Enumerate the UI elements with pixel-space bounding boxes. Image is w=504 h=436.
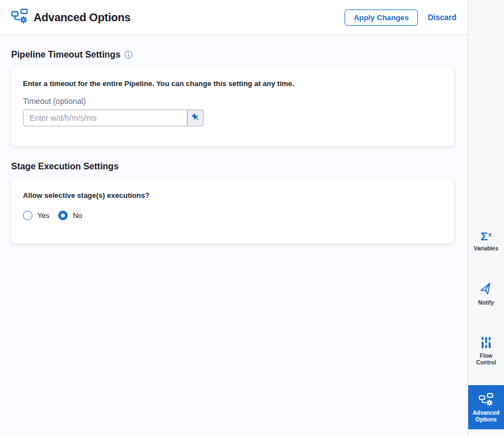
timeout-label: Timeout (optional) [23,97,443,106]
header: Advanced Options Apply Changes Discard [0,0,468,35]
sliders-icon [468,335,504,350]
radio-circle-yes[interactable] [23,211,32,220]
selective-execution-question: Allow selective stage(s) executions? [23,191,443,200]
radio-label-no: No [73,211,82,220]
info-icon[interactable]: ⓘ [124,51,132,59]
page: Advanced Options Apply Changes Discard P… [0,0,504,436]
stage-execution-heading: Stage Execution Settings [11,162,119,172]
timeout-input[interactable] [23,110,187,126]
apply-changes-button[interactable]: Apply Changes [345,10,417,26]
content-area: Pipeline Timeout Settings ⓘ Enter a time… [0,35,468,436]
paper-plane-icon [468,282,504,297]
sidebar-item-flow-control[interactable]: Flow Control [468,332,504,369]
page-title: Advanced Options [34,11,131,24]
stage-execution-card: Allow selective stage(s) executions? Yes… [11,179,454,244]
pipeline-timeout-section-heading: Pipeline Timeout Settings ⓘ [11,50,454,60]
pipeline-timeout-heading: Pipeline Timeout Settings [11,50,120,60]
discard-link[interactable]: Discard [428,13,456,22]
timeout-description: Enter a timeout for the entire Pipeline.… [23,79,443,88]
pipeline-gear-icon [11,8,28,26]
sidebar-item-variables[interactable]: Σx Variables [468,225,504,255]
radio-option-yes[interactable]: Yes [23,211,49,220]
pin-button[interactable] [187,110,204,126]
sigma-x-icon: Σx [468,228,504,243]
sidebar-item-advanced-options[interactable]: Advanced Options [468,385,504,429]
radio-circle-no[interactable] [58,211,68,220]
header-left: Advanced Options [11,8,131,26]
pipeline-gear-icon [468,392,504,407]
sidebar-item-label: Advanced Options [471,410,501,423]
header-actions: Apply Changes Discard [345,10,456,26]
radio-option-no[interactable]: No [58,211,82,220]
pipeline-timeout-card: Enter a timeout for the entire Pipeline.… [11,67,454,146]
sidebar-item-label: Notify [471,300,501,306]
sidebar-item-notify[interactable]: Notify [468,279,504,310]
radio-label-yes: Yes [37,211,49,220]
selective-execution-radio-group: Yes No [23,211,443,220]
right-sidebar: Σx Variables Notify [468,0,504,436]
pin-icon [191,113,200,124]
timeout-input-group [23,110,443,126]
sidebar-item-label: Flow Control [471,353,501,366]
main-panel: Advanced Options Apply Changes Discard P… [0,0,468,436]
stage-execution-section-heading: Stage Execution Settings [11,162,454,172]
sidebar-item-label: Variables [471,245,501,252]
